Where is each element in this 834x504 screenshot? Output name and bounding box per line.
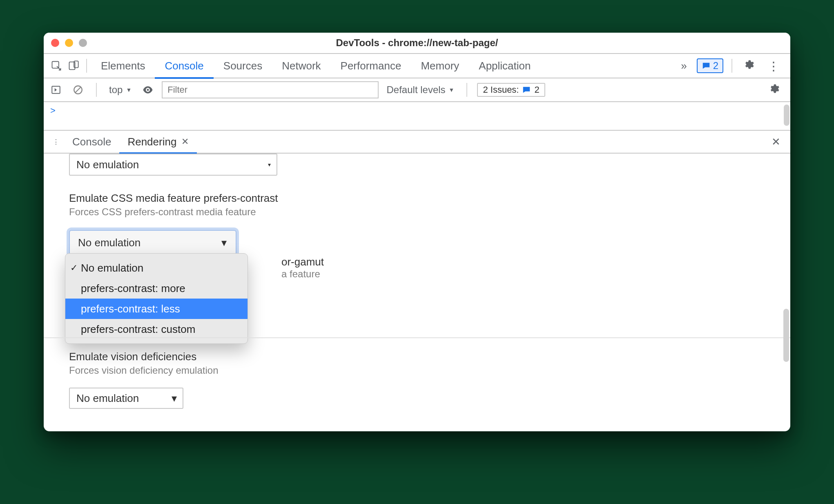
close-window-icon[interactable] bbox=[51, 39, 59, 47]
tab-console[interactable]: Console bbox=[155, 54, 213, 78]
drawer-more-icon[interactable]: ⋮ bbox=[48, 134, 64, 150]
devtools-window: DevTools - chrome://new-tab-page/ Elemen… bbox=[44, 33, 790, 431]
toggle-sidebar-icon[interactable] bbox=[48, 82, 64, 98]
tab-sources[interactable]: Sources bbox=[214, 54, 272, 78]
console-settings-gear-icon[interactable] bbox=[762, 83, 786, 97]
console-output[interactable]: > bbox=[44, 102, 790, 131]
separator bbox=[86, 59, 87, 73]
console-toolbar: top▼ Default levels▼ 2 Issues: 2 bbox=[44, 78, 790, 102]
more-tabs-icon[interactable]: » bbox=[675, 60, 692, 72]
log-levels-select[interactable]: Default levels▼ bbox=[384, 84, 457, 96]
option-contrast-less[interactable]: prefers-contrast: less bbox=[65, 299, 248, 319]
console-filter-input[interactable] bbox=[162, 81, 378, 98]
option-no-emulation[interactable]: No emulation bbox=[65, 258, 248, 278]
separator bbox=[96, 83, 97, 97]
option-contrast-more[interactable]: prefers-contrast: more bbox=[65, 278, 248, 299]
vision-deficiencies-select[interactable]: No emulation▾ bbox=[69, 388, 183, 409]
prefers-contrast-title: Emulate CSS media feature prefers-contra… bbox=[69, 192, 765, 205]
inspect-element-icon[interactable] bbox=[48, 57, 65, 74]
messages-count: 2 bbox=[713, 60, 718, 71]
vision-deficiencies-desc: Forces vision deficiency emulation bbox=[69, 365, 219, 376]
main-tab-bar: Elements Console Sources Network Perform… bbox=[44, 54, 790, 78]
live-expression-icon[interactable] bbox=[140, 82, 156, 98]
messages-badge[interactable]: 2 bbox=[697, 58, 723, 73]
emulation-select-prev[interactable]: No emulation▾ bbox=[69, 154, 277, 176]
minimize-window-icon[interactable] bbox=[65, 39, 73, 47]
clear-console-icon[interactable] bbox=[70, 82, 86, 98]
settings-gear-icon[interactable] bbox=[736, 59, 761, 73]
panel-divider bbox=[44, 337, 790, 338]
window-title: DevTools - chrome://new-tab-page/ bbox=[44, 37, 790, 49]
prefers-contrast-desc: Forces CSS prefers-contrast media featur… bbox=[69, 206, 765, 218]
svg-line-5 bbox=[76, 87, 81, 93]
context-select[interactable]: top▼ bbox=[107, 84, 134, 96]
drawer-tab-rendering[interactable]: Rendering ✕ bbox=[119, 130, 197, 153]
drawer-tab-console[interactable]: Console bbox=[64, 130, 119, 153]
rendering-panel: No emulation▾ Emulate CSS media feature … bbox=[44, 154, 790, 431]
more-options-icon[interactable]: ⋮ bbox=[761, 59, 786, 73]
drawer-tab-bar: ⋮ Console Rendering ✕ ✕ bbox=[44, 131, 790, 154]
close-tab-icon[interactable]: ✕ bbox=[181, 136, 189, 147]
tab-elements[interactable]: Elements bbox=[91, 54, 155, 78]
separator bbox=[731, 59, 732, 73]
maximize-window-icon[interactable] bbox=[79, 39, 87, 47]
prefers-contrast-dropdown: No emulation prefers-contrast: more pref… bbox=[65, 253, 248, 344]
tab-memory[interactable]: Memory bbox=[411, 54, 469, 78]
tab-performance[interactable]: Performance bbox=[331, 54, 411, 78]
svg-point-6 bbox=[147, 89, 149, 91]
close-drawer-icon[interactable]: ✕ bbox=[772, 136, 786, 148]
console-prompt-chevron-icon: > bbox=[50, 105, 56, 116]
tab-application[interactable]: Application bbox=[469, 54, 540, 78]
traffic-lights bbox=[51, 39, 87, 47]
issues-button[interactable]: 2 Issues: 2 bbox=[477, 83, 545, 97]
scrollbar-thumb[interactable] bbox=[783, 309, 789, 362]
title-bar: DevTools - chrome://new-tab-page/ bbox=[44, 33, 790, 54]
tab-network[interactable]: Network bbox=[272, 54, 330, 78]
vision-deficiencies-title: Emulate vision deficiencies bbox=[69, 350, 219, 363]
prefers-contrast-select[interactable]: No emulation▾ bbox=[69, 230, 236, 255]
toggle-device-toolbar-icon[interactable] bbox=[65, 57, 82, 74]
option-contrast-custom[interactable]: prefers-contrast: custom bbox=[65, 319, 248, 339]
separator bbox=[466, 83, 467, 97]
